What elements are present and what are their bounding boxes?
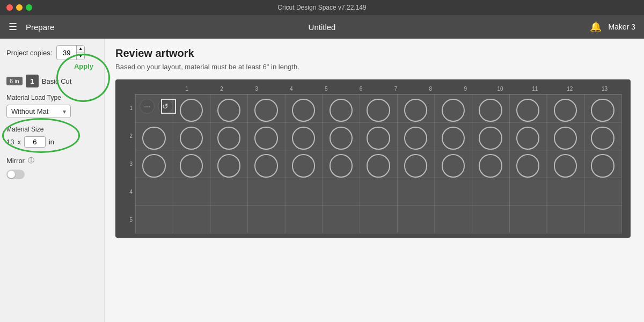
canvas-inner: 1 2 3 4 5 ··· ↺ [126, 94, 622, 233]
circle-shape [292, 99, 315, 122]
mat-selector-row: 6 in 1 Basic Cut [6, 75, 98, 87]
minimize-button[interactable] [16, 4, 23, 11]
material-size-row: 13 x in [6, 136, 98, 148]
ruler-10: 10 [483, 86, 518, 92]
ruler-2: 2 [204, 86, 239, 92]
ruler-left: 1 2 3 4 5 [126, 94, 133, 233]
ruler-3: 3 [239, 86, 274, 92]
circle-shape [292, 127, 315, 150]
ruler-left-5: 5 [126, 206, 133, 233]
circle-shape [367, 99, 390, 122]
circle-shape [217, 154, 240, 177]
main-layout: Project copies: ▲ ▼ Apply 6 in 1 Basic C… [0, 39, 644, 322]
ruler-left-1: 1 [126, 94, 133, 122]
topbar-right: 🔔 Maker 3 [590, 21, 635, 33]
project-copies-row: Project copies: ▲ ▼ [6, 45, 98, 60]
circle-shape [479, 99, 502, 122]
ruler-12: 12 [552, 86, 587, 92]
mirror-label: Mirror [6, 157, 25, 165]
review-title: Review artwork [115, 47, 633, 60]
notification-icon[interactable]: 🔔 [590, 21, 602, 33]
ruler-4: 4 [274, 86, 309, 92]
window-title: Untitled [309, 23, 336, 32]
material-load-select[interactable]: Without Mat ▾ [6, 105, 71, 118]
review-subtitle: Based on your layout, material must be a… [115, 63, 633, 71]
ruler-7: 7 [378, 86, 413, 92]
ruler-top: 1 2 3 4 5 6 7 8 9 10 11 12 13 [135, 86, 622, 92]
size-width-label: 13 [6, 138, 14, 146]
mat-canvas: ··· ↺ [135, 94, 622, 233]
shapes-container [135, 94, 621, 233]
copies-input-wrapper: ▲ ▼ [56, 45, 85, 60]
circle-shape [516, 99, 539, 122]
circle-shape [591, 154, 614, 177]
cut-label: Basic Cut [42, 77, 72, 85]
material-load-type-label: Material Load Type [6, 94, 98, 101]
mat-size-badge: 6 in [6, 77, 23, 85]
circle-shape [404, 154, 427, 177]
circle-shape [591, 99, 614, 122]
ruler-1: 1 [170, 86, 204, 92]
window-controls [6, 4, 32, 11]
prepare-label: Prepare [26, 23, 54, 32]
circle-shape [591, 127, 614, 150]
maximize-button[interactable] [26, 4, 32, 11]
content-area: Review artwork Based on your layout, mat… [105, 39, 644, 322]
ruler-left-3: 3 [126, 150, 133, 178]
topbar: ☰ Prepare Untitled 🔔 Maker 3 [0, 15, 644, 39]
close-button[interactable] [6, 4, 13, 11]
size-height-input[interactable] [24, 136, 46, 148]
mirror-row: Mirror ⓘ [6, 156, 98, 165]
size-x-label: x [17, 138, 21, 146]
copies-spinners: ▲ ▼ [76, 45, 84, 60]
circle-shape [330, 154, 353, 177]
ruler-9: 9 [448, 86, 483, 92]
select-chevron-icon: ▾ [63, 108, 66, 115]
material-load-value: Without Mat [11, 107, 63, 115]
menu-icon[interactable]: ☰ [9, 21, 17, 33]
circle-shape [442, 127, 465, 150]
circle-shape [404, 127, 427, 150]
circle-shape [554, 99, 577, 122]
machine-label: Maker 3 [608, 23, 635, 31]
circle-shape [479, 154, 502, 177]
ruler-11: 11 [517, 86, 552, 92]
circle-shape [330, 127, 353, 150]
ruler-label [135, 86, 170, 92]
circle-shape [142, 127, 165, 150]
mirror-toggle[interactable] [6, 170, 25, 179]
circle-shape [516, 127, 539, 150]
circle-shape [180, 127, 203, 150]
circle-shape [404, 99, 427, 122]
circle-shape [442, 99, 465, 122]
circle-shape [254, 127, 277, 150]
circle-shape [554, 127, 577, 150]
copies-up-button[interactable]: ▲ [77, 45, 84, 53]
app-title: Cricut Design Space v7.22.149 [277, 4, 366, 11]
copies-input[interactable] [57, 49, 76, 57]
circle-shape [442, 154, 465, 177]
ruler-13: 13 [587, 86, 622, 92]
size-unit-label: in [49, 138, 54, 146]
small-square [161, 99, 176, 114]
circle-shape [367, 127, 390, 150]
apply-button[interactable]: Apply [74, 62, 93, 70]
material-size-label: Material Size [6, 126, 98, 133]
annotation-circle-2 [2, 118, 80, 153]
circle-shape [180, 154, 203, 177]
circle-shape [217, 127, 240, 150]
canvas-wrapper: 1 2 3 4 5 6 7 8 9 10 11 12 13 1 2 3 [115, 79, 631, 238]
circle-shape [254, 154, 277, 177]
sidebar: Project copies: ▲ ▼ Apply 6 in 1 Basic C… [0, 39, 105, 322]
circle-shape [292, 154, 315, 177]
copies-down-button[interactable]: ▼ [77, 53, 84, 61]
mirror-info-icon[interactable]: ⓘ [28, 156, 34, 165]
circle-shape [254, 99, 277, 122]
circle-shape [554, 154, 577, 177]
project-copies-label: Project copies: [6, 49, 52, 57]
mat-number: 1 [26, 75, 39, 87]
ruler-left-4: 4 [126, 178, 133, 206]
circle-shape [330, 99, 353, 122]
circle-shape [142, 154, 165, 177]
toggle-knob [8, 171, 15, 178]
